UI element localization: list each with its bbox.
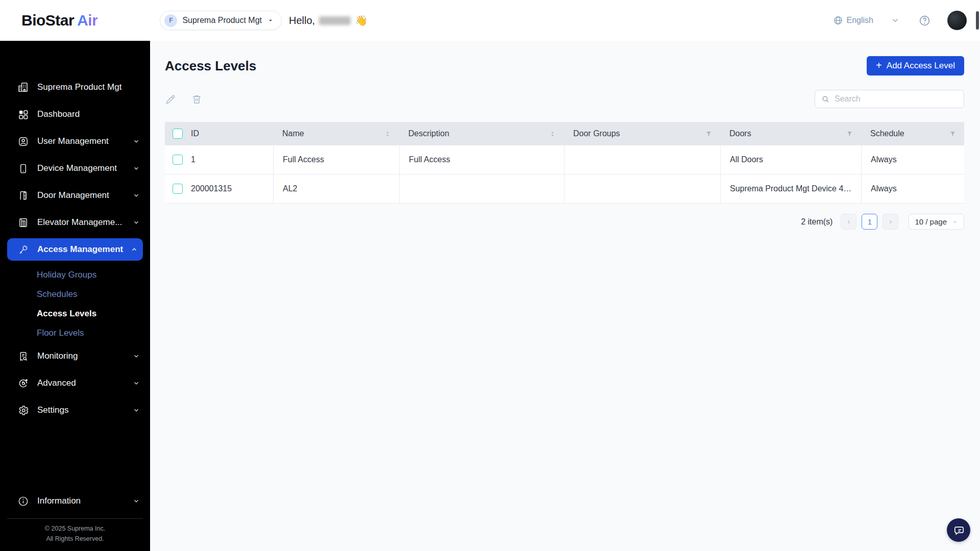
- sidebar-item-label: Settings: [37, 405, 133, 415]
- chevron-down-icon: [133, 219, 140, 226]
- user-icon: [17, 135, 29, 147]
- sidebar-item-information[interactable]: Information: [0, 490, 150, 512]
- column-header-schedule[interactable]: Schedule: [861, 122, 964, 145]
- chevron-down-icon: [133, 165, 140, 172]
- add-button-label: Add Access Level: [887, 61, 955, 71]
- app-header: BioStarAir F Suprema Product Mgt Hello, …: [0, 0, 980, 41]
- sidebar-item-user-management[interactable]: User Management: [0, 130, 150, 153]
- access-levels-table: ID Name Description Door Groups: [165, 122, 964, 204]
- language-selector[interactable]: English: [833, 15, 873, 26]
- logo-text-accent: Air: [77, 12, 97, 29]
- column-header-description[interactable]: Description: [399, 122, 564, 145]
- sidebar-item-access-management[interactable]: Access Management: [7, 238, 143, 261]
- scrollbar-thumb[interactable]: [976, 11, 979, 30]
- sidebar-item-label: Information: [37, 496, 133, 506]
- app-logo: BioStarAir: [21, 12, 97, 29]
- sort-icon[interactable]: [384, 131, 391, 137]
- organization-selector[interactable]: F Suprema Product Mgt: [160, 11, 282, 30]
- trash-icon: [191, 93, 203, 105]
- caret-down-icon: [267, 17, 274, 24]
- next-page-button[interactable]: [883, 214, 898, 230]
- chevron-right-icon: [888, 219, 894, 225]
- wave-emoji: 👋: [355, 14, 368, 27]
- sidebar-item-settings[interactable]: Settings: [0, 399, 150, 421]
- chat-support-button[interactable]: [947, 518, 970, 542]
- sidebar-item-label: Door Management: [37, 190, 133, 201]
- sidebar-item-access-levels[interactable]: Access Levels: [0, 304, 150, 323]
- building-icon: [17, 81, 29, 93]
- sidebar-item-label: Device Management: [37, 163, 133, 173]
- access-management-subnav: Holiday Groups Schedules Access Levels F…: [0, 265, 150, 343]
- sidebar-item-floor-levels[interactable]: Floor Levels: [0, 323, 150, 343]
- copyright: © 2025 Suprema Inc. All Rights Reserved.: [0, 524, 150, 551]
- search-input[interactable]: [835, 94, 958, 104]
- edit-button[interactable]: [165, 93, 177, 105]
- chevron-left-icon: [846, 219, 852, 225]
- key-icon: [17, 243, 29, 256]
- table-row[interactable]: 200001315 AL2 Suprema Product Mgt Device…: [165, 174, 964, 204]
- search-input-wrapper: [815, 90, 964, 108]
- chevron-down-icon: [891, 16, 900, 25]
- page-size-select[interactable]: 10 / page: [909, 214, 964, 230]
- cell-id: 200001315: [191, 184, 232, 193]
- sidebar-item-suprema-product-mgt[interactable]: Suprema Product Mgt: [0, 76, 150, 98]
- header-actions: English: [833, 11, 967, 30]
- sidebar-divider: [7, 518, 143, 519]
- column-header-name[interactable]: Name: [273, 122, 399, 145]
- main-content: Access Levels + Add Access Level: [150, 41, 980, 551]
- sidebar-item-advanced[interactable]: Advanced: [0, 372, 150, 394]
- page-number-button[interactable]: 1: [862, 214, 877, 230]
- sub-item-label: Access Levels: [37, 309, 96, 319]
- language-chevron[interactable]: [891, 16, 900, 25]
- sidebar-item-label: Dashboard: [37, 109, 140, 119]
- delete-button[interactable]: [191, 93, 203, 105]
- sort-icon[interactable]: [549, 131, 556, 137]
- sidebar-item-monitoring[interactable]: Monitoring: [0, 345, 150, 367]
- column-header-doors[interactable]: Doors: [720, 122, 861, 145]
- cell-schedule: Always: [871, 184, 897, 193]
- column-header-id: ID: [191, 129, 199, 138]
- organization-label: Suprema Product Mgt: [182, 16, 262, 25]
- chevron-down-icon: [133, 407, 140, 414]
- cell-id: 1: [191, 155, 195, 164]
- help-button[interactable]: [918, 14, 931, 27]
- sidebar-item-dashboard[interactable]: Dashboard: [0, 103, 150, 126]
- edit-icon: [165, 93, 177, 105]
- sidebar-item-elevator-management[interactable]: Elevator Manageme...: [0, 211, 150, 234]
- device-icon: [17, 162, 29, 174]
- filter-icon[interactable]: [949, 131, 956, 137]
- table-row[interactable]: 1 Full Access Full Access All Doors Alwa…: [165, 145, 964, 174]
- chevron-down-icon: [133, 497, 140, 505]
- sidebar-bottom: Information © 2025 Suprema Inc. All Righ…: [0, 490, 150, 551]
- column-header-door-groups[interactable]: Door Groups: [564, 122, 720, 145]
- sidebar-item-label: Monitoring: [37, 351, 133, 361]
- chevron-down-icon: [133, 353, 140, 360]
- copyright-line1: © 2025 Suprema Inc.: [0, 524, 150, 534]
- row-checkbox[interactable]: [173, 184, 183, 194]
- sidebar-item-holiday-groups[interactable]: Holiday Groups: [0, 265, 150, 285]
- select-all-checkbox[interactable]: [173, 129, 183, 139]
- chevron-down-icon: [952, 219, 958, 225]
- sidebar-item-schedules[interactable]: Schedules: [0, 285, 150, 304]
- user-avatar[interactable]: [947, 11, 967, 30]
- greeting-text: Hello,: [289, 15, 315, 27]
- item-count: 2 item(s): [801, 217, 832, 227]
- cell-name: Full Access: [283, 155, 324, 164]
- cell-schedule: Always: [871, 155, 897, 164]
- filter-icon[interactable]: [705, 131, 712, 137]
- sidebar-item-door-management[interactable]: Door Management: [0, 184, 150, 207]
- sidebar-item-label: Advanced: [37, 378, 133, 388]
- filter-icon[interactable]: [846, 131, 853, 137]
- sidebar-item-device-management[interactable]: Device Management: [0, 157, 150, 180]
- plus-icon: +: [876, 60, 882, 71]
- add-access-level-button[interactable]: + Add Access Level: [867, 56, 964, 76]
- row-checkbox[interactable]: [173, 155, 183, 165]
- sidebar-item-label: User Management: [37, 136, 133, 146]
- chevron-down-icon: [133, 380, 140, 387]
- previous-page-button[interactable]: [841, 214, 856, 230]
- sub-item-label: Holiday Groups: [37, 270, 96, 280]
- globe-icon: [833, 15, 843, 26]
- page-title: Access Levels: [165, 58, 256, 74]
- sub-item-label: Floor Levels: [37, 328, 84, 338]
- elevator-icon: [17, 216, 29, 229]
